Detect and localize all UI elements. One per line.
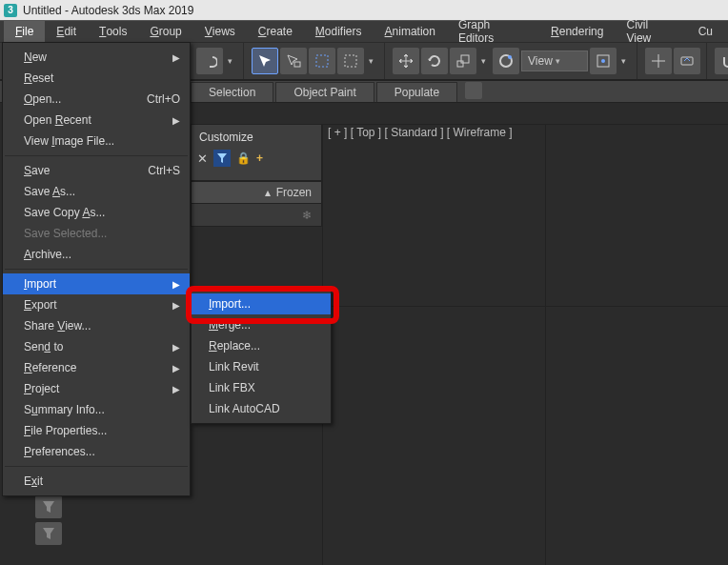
display-filter-icon[interactable]	[213, 150, 231, 167]
tab-selection[interactable]: Selection	[191, 82, 273, 102]
file-menu-summary-info[interactable]: Summary Info...	[3, 399, 190, 420]
tab-object-paint[interactable]: Object Paint	[275, 82, 374, 102]
svg-rect-0	[294, 62, 300, 67]
dropdown-arrow-icon[interactable]: ▾	[481, 56, 491, 66]
submenu-arrow-icon: ▶	[172, 300, 180, 311]
file-menu-reset[interactable]: Reset	[3, 68, 190, 89]
title-bar: 3 Untitled - Autodesk 3ds Max 2019	[0, 0, 728, 21]
manipulate-icon[interactable]	[645, 48, 672, 74]
sort-arrow-icon: ▴	[265, 186, 271, 199]
file-menu-save-copy-as[interactable]: Save Copy As...	[3, 202, 190, 223]
submenu-arrow-icon: ▶	[172, 384, 180, 394]
customize-menu[interactable]: Customize	[199, 131, 253, 144]
file-menu-open-recent[interactable]: Open Recent▶	[3, 110, 190, 131]
filter-shapes-icon[interactable]	[35, 522, 62, 545]
menu-cu[interactable]: Cu	[687, 21, 724, 42]
menu-file[interactable]: File	[4, 21, 45, 42]
file-menu-file-properties[interactable]: File Properties...	[3, 420, 190, 441]
viewport-area[interactable]	[322, 124, 728, 565]
snap-icon[interactable]	[715, 48, 728, 74]
frozen-icon: ❄	[302, 209, 312, 222]
select-by-name-icon[interactable]	[280, 48, 307, 74]
import-menu-link-autocad[interactable]: Link AutoCAD	[192, 398, 331, 419]
svg-point-6	[508, 55, 512, 59]
column-header-frozen[interactable]: ▴ Frozen	[191, 181, 322, 204]
placement-icon[interactable]	[493, 48, 519, 74]
submenu-arrow-icon: ▶	[172, 52, 180, 63]
tab-populate[interactable]: Populate	[376, 82, 457, 102]
add-icon[interactable]: +	[256, 151, 263, 165]
shortcut-label: Ctrl+O	[147, 92, 180, 106]
submenu-arrow-icon: ▶	[172, 342, 180, 353]
use-pivot-icon[interactable]	[590, 48, 617, 74]
file-menu-project[interactable]: Project▶	[3, 378, 190, 399]
menu-create[interactable]: Create	[247, 21, 304, 42]
menu-edit[interactable]: Edit	[45, 21, 88, 42]
keyboard-shortcut-icon[interactable]	[674, 48, 700, 74]
lock-icon[interactable]: 🔒	[236, 151, 251, 165]
submenu-arrow-icon: ▶	[172, 115, 180, 126]
ribbon-expand-icon[interactable]	[465, 82, 482, 99]
app-icon: 3	[4, 4, 17, 17]
rectangular-region-icon[interactable]	[309, 48, 335, 74]
file-menu-view-image-file[interactable]: View Image File...	[3, 131, 190, 151]
rotate-icon[interactable]	[421, 48, 448, 74]
file-menu-save-selected: Save Selected...	[3, 223, 190, 244]
select-object-icon[interactable]	[252, 48, 278, 74]
menu-modifiers[interactable]: Modifiers	[304, 21, 374, 42]
scale-icon[interactable]	[450, 48, 476, 74]
svg-point-8	[601, 59, 605, 63]
file-menu-preferences[interactable]: Preferences...	[3, 441, 190, 462]
column-label: Frozen	[276, 186, 312, 199]
menu-bar: FileEditToolsGroupViewsCreateModifiersAn…	[0, 21, 728, 42]
window-title: Untitled - Autodesk 3ds Max 2019	[23, 4, 193, 17]
explorer-icon-column	[35, 495, 62, 545]
import-menu-import[interactable]: Import...	[192, 293, 331, 314]
window-crossing-icon[interactable]	[337, 48, 364, 74]
file-menu-export[interactable]: Export▶	[3, 294, 190, 315]
scene-row[interactable]: ❄	[191, 204, 322, 227]
import-menu-link-revit[interactable]: Link Revit	[192, 356, 331, 377]
file-menu-send-to[interactable]: Send to▶	[3, 336, 190, 357]
file-menu-import[interactable]: Import▶	[3, 273, 190, 294]
submenu-arrow-icon: ▶	[172, 363, 180, 373]
close-icon[interactable]: ✕	[197, 151, 208, 166]
filter-objects-icon[interactable]	[35, 495, 62, 518]
dropdown-arrow-icon[interactable]: ▾	[369, 56, 378, 66]
ref-coord-label: View	[528, 54, 553, 68]
submenu-arrow-icon: ▶	[172, 279, 180, 290]
undo-icon[interactable]	[196, 48, 223, 74]
menu-animation[interactable]: Animation	[374, 21, 447, 42]
menu-rendering[interactable]: Rendering	[539, 21, 615, 42]
svg-rect-2	[345, 55, 356, 67]
import-menu-link-fbx[interactable]: Link FBX	[192, 377, 331, 398]
file-menu-share-view[interactable]: Share View...	[3, 315, 190, 336]
dropdown-arrow-icon[interactable]: ▾	[621, 56, 631, 66]
menu-civil-view[interactable]: Civil View	[615, 21, 686, 42]
file-menu-archive[interactable]: Archive...	[3, 244, 190, 265]
file-menu-save-as[interactable]: Save As...	[3, 181, 190, 202]
import-menu-merge[interactable]: Merge...	[192, 314, 331, 335]
import-menu-replace[interactable]: Replace...	[192, 335, 331, 356]
menu-views[interactable]: Views	[193, 21, 247, 42]
menu-graph-editors[interactable]: Graph Editors	[447, 21, 539, 42]
file-menu-save[interactable]: SaveCtrl+S	[3, 160, 190, 181]
import-submenu: Import...Merge...Replace...Link RevitLin…	[191, 289, 332, 424]
file-menu-open[interactable]: Open...Ctrl+O	[3, 89, 190, 110]
move-icon[interactable]	[393, 48, 419, 74]
file-menu-reference[interactable]: Reference▶	[3, 357, 190, 378]
file-menu-dropdown: New▶ResetOpen...Ctrl+OOpen Recent▶View I…	[2, 42, 191, 496]
menu-group[interactable]: Group	[138, 21, 192, 42]
file-menu-new[interactable]: New▶	[3, 47, 190, 68]
svg-rect-3	[457, 61, 463, 67]
scene-explorer-header: Customize ✕ 🔒 +	[191, 124, 322, 181]
svg-rect-1	[316, 55, 328, 67]
svg-rect-4	[461, 55, 469, 63]
dropdown-arrow-icon[interactable]: ▾	[228, 56, 237, 66]
shortcut-label: Ctrl+S	[148, 164, 180, 177]
menu-tools[interactable]: Tools	[88, 21, 138, 42]
file-menu-exit[interactable]: Exit	[3, 471, 190, 492]
ref-coord-dropdown[interactable]: View▾	[521, 50, 588, 71]
